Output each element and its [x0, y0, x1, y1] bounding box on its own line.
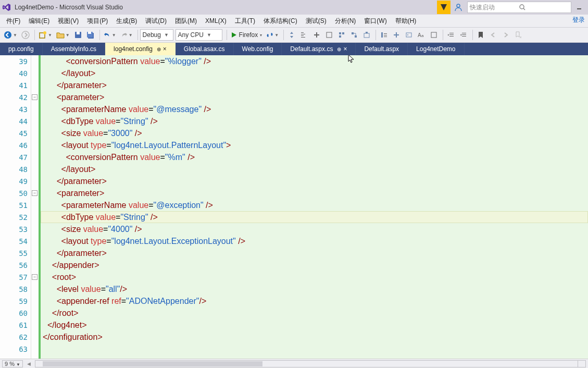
- document-tab[interactable]: Log4netDemo: [408, 43, 464, 55]
- menu-architecture[interactable]: 体系结构(C): [259, 15, 302, 27]
- code-line[interactable]: </parameter>: [41, 247, 588, 259]
- platform-dropdown[interactable]: Any CPU▼: [176, 29, 222, 41]
- toolbar-icon-7[interactable]: [361, 29, 372, 41]
- save-all-button[interactable]: [85, 29, 96, 41]
- code-line[interactable]: </layout>: [41, 67, 588, 79]
- save-button[interactable]: [72, 29, 84, 41]
- minimize-button[interactable]: [572, 2, 586, 13]
- comment-out-button[interactable]: [311, 29, 322, 41]
- code-line[interactable]: <layout type="log4net.Layout.PatternLayo…: [41, 139, 588, 151]
- sign-in-link[interactable]: 登录: [572, 16, 585, 24]
- clear-bookmarks-button[interactable]: [512, 29, 524, 41]
- fold-toggle[interactable]: −: [32, 190, 37, 196]
- menu-edit[interactable]: 编辑(E): [24, 15, 54, 27]
- horizontal-scrollbar[interactable]: [35, 360, 586, 367]
- toolbar-icon-11[interactable]: Aa: [416, 29, 427, 41]
- code-area[interactable]: <conversionPattern value="%logger" /> </…: [41, 55, 588, 359]
- code-line[interactable]: <parameterName value="@message" />: [41, 103, 588, 115]
- browser-link-button[interactable]: ▼: [265, 29, 280, 41]
- toolbar-icon-1[interactable]: [286, 29, 297, 41]
- toolbar-icon-10[interactable]: [403, 29, 415, 41]
- menu-team[interactable]: 团队(M): [171, 15, 201, 27]
- redo-button[interactable]: ▼: [119, 29, 134, 41]
- document-tab[interactable]: log4net.config⊕×: [105, 43, 176, 55]
- menu-xml[interactable]: XML(X): [201, 15, 231, 27]
- nav-forward-button[interactable]: [20, 29, 31, 41]
- code-line[interactable]: <size value="4000" />: [41, 223, 588, 235]
- code-line[interactable]: <parameterName value="@exception" />: [41, 199, 588, 211]
- code-line[interactable]: <level value="all"/>: [41, 283, 588, 295]
- code-line[interactable]: </configuration>: [41, 331, 588, 343]
- line-number: 44: [0, 115, 31, 127]
- close-icon[interactable]: ×: [343, 45, 347, 53]
- document-tab[interactable]: Web.config: [234, 43, 282, 55]
- svg-rect-39: [462, 33, 466, 33]
- quick-launch-input[interactable]: 快速启动: [467, 2, 571, 13]
- close-icon[interactable]: ×: [163, 45, 167, 53]
- code-line[interactable]: <dbType value="String" />: [41, 115, 588, 127]
- menu-window[interactable]: 窗口(W): [360, 15, 391, 27]
- start-debug-button[interactable]: Firefox▾: [229, 29, 264, 41]
- bookmark-button[interactable]: [475, 29, 486, 41]
- document-tab[interactable]: AssemblyInfo.cs: [43, 43, 105, 55]
- toolbar-icon-6[interactable]: [348, 29, 360, 41]
- fold-toggle[interactable]: −: [32, 274, 37, 280]
- document-tab[interactable]: Default.aspx: [356, 43, 408, 55]
- menu-view[interactable]: 视图(V): [54, 15, 83, 27]
- code-line[interactable]: </layout>: [41, 163, 588, 175]
- menu-build[interactable]: 生成(B): [112, 15, 141, 27]
- outdent-button[interactable]: [458, 29, 469, 41]
- scroll-left-icon[interactable]: ◀: [27, 361, 31, 366]
- code-line[interactable]: </parameter>: [41, 79, 588, 91]
- next-bookmark-button[interactable]: [500, 29, 511, 41]
- document-tab[interactable]: Default.aspx.cs⊕×: [282, 43, 356, 55]
- code-line[interactable]: <dbType value="String" />: [41, 211, 588, 223]
- toolbar-icon-12[interactable]: [428, 29, 440, 41]
- new-project-button[interactable]: ▼: [37, 29, 54, 41]
- toolbar-icon-9[interactable]: [391, 29, 402, 41]
- document-tab[interactable]: Global.asax.cs: [176, 43, 234, 55]
- code-line[interactable]: </root>: [41, 307, 588, 319]
- code-editor[interactable]: 3940414243444546474849505152535455565758…: [0, 55, 588, 359]
- notification-button[interactable]: [437, 1, 451, 14]
- code-line[interactable]: <conversionPattern value="%m" />: [41, 151, 588, 163]
- document-tab[interactable]: pp.config: [0, 43, 43, 55]
- menu-test[interactable]: 测试(S): [302, 15, 331, 27]
- code-line[interactable]: </parameter>: [41, 175, 588, 187]
- pin-icon[interactable]: ⊕: [337, 46, 341, 52]
- code-line[interactable]: <conversionPattern value="%logger" />: [41, 55, 588, 67]
- account-icon[interactable]: [453, 2, 464, 13]
- nav-back-button[interactable]: ▼: [2, 29, 19, 41]
- fold-toggle[interactable]: −: [32, 94, 37, 100]
- config-dropdown[interactable]: Debug▼: [140, 29, 173, 41]
- code-line[interactable]: <parameter>: [41, 187, 588, 199]
- toolbar-icon-8[interactable]: [378, 29, 390, 41]
- line-number: 51: [0, 199, 31, 211]
- menu-help[interactable]: 帮助(H): [391, 15, 421, 27]
- code-line[interactable]: <size value="3000" />: [41, 127, 588, 139]
- svg-rect-29: [384, 35, 387, 35]
- toolbar-icon-5[interactable]: [336, 29, 347, 41]
- code-line[interactable]: <root>: [41, 271, 588, 283]
- indent-button[interactable]: [445, 29, 457, 41]
- menu-project[interactable]: 项目(P): [83, 15, 112, 27]
- menu-file[interactable]: 件(F): [2, 15, 24, 27]
- undo-button[interactable]: ▼: [102, 29, 118, 41]
- code-line[interactable]: <parameter>: [41, 91, 588, 103]
- open-file-button[interactable]: ▼: [55, 29, 71, 41]
- fold-margin[interactable]: −−−: [31, 55, 39, 359]
- toolbar-icon-2[interactable]: [298, 29, 310, 41]
- code-line[interactable]: </appender>: [41, 259, 588, 271]
- code-line[interactable]: [41, 343, 588, 355]
- menu-tools[interactable]: 工具(T): [231, 15, 259, 27]
- svg-rect-22: [339, 35, 341, 38]
- code-line[interactable]: <layout type="log4net.Layout.ExceptionLa…: [41, 235, 588, 247]
- code-line[interactable]: </log4net>: [41, 319, 588, 331]
- code-line[interactable]: <appender-ref ref="ADONetAppender"/>: [41, 295, 588, 307]
- zoom-level[interactable]: 9 % ▼: [2, 360, 23, 367]
- menu-analyze[interactable]: 分析(N): [331, 15, 360, 27]
- uncomment-button[interactable]: [323, 29, 335, 41]
- prev-bookmark-button[interactable]: [487, 29, 499, 41]
- menu-debug[interactable]: 调试(D): [141, 15, 171, 27]
- pin-icon[interactable]: ⊕: [157, 46, 161, 52]
